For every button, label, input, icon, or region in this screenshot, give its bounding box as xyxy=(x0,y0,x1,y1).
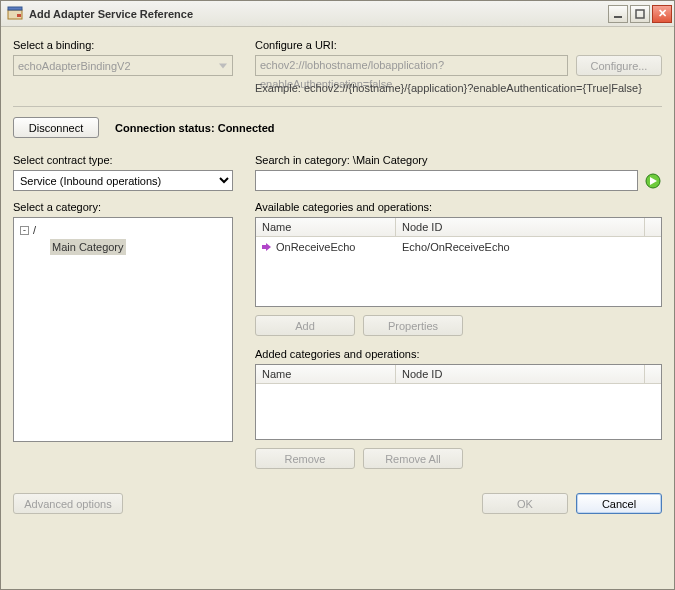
available-header: Name Node ID xyxy=(256,218,661,237)
close-button[interactable]: ✕ xyxy=(652,5,672,23)
disconnect-button[interactable]: Disconnect xyxy=(13,117,99,138)
search-go-icon[interactable] xyxy=(644,172,662,190)
remove-all-button[interactable]: Remove All xyxy=(363,448,463,469)
ok-button[interactable]: OK xyxy=(482,493,568,514)
binding-select: echoAdapterBindingV2 xyxy=(13,55,233,76)
added-list[interactable]: Name Node ID xyxy=(255,364,662,440)
added-header: Name Node ID xyxy=(256,365,661,384)
tree-root[interactable]: - / xyxy=(20,222,226,238)
added-col-name[interactable]: Name xyxy=(256,365,396,383)
binding-label: Select a binding: xyxy=(13,39,233,51)
connection-status: Connection status: Connected xyxy=(115,122,275,134)
category-tree[interactable]: - / Main Category xyxy=(13,217,233,442)
contract-select[interactable]: Service (Inbound operations) xyxy=(13,170,233,191)
uri-example: Example: echov2://{hostname}/{applicatio… xyxy=(255,82,662,94)
available-col-nodeid[interactable]: Node ID xyxy=(396,218,645,236)
search-label: Search in category: \Main Category xyxy=(255,154,662,166)
window-title: Add Adapter Service Reference xyxy=(29,8,606,20)
binding-value: echoAdapterBindingV2 xyxy=(18,60,131,72)
svg-rect-3 xyxy=(614,16,622,18)
tree-item-label: Main Category xyxy=(50,239,126,255)
operation-icon xyxy=(262,242,272,252)
svg-rect-2 xyxy=(17,14,21,17)
chevron-down-icon xyxy=(215,56,230,75)
collapse-icon[interactable]: - xyxy=(20,226,29,235)
available-col-spacer xyxy=(645,218,661,236)
svg-rect-1 xyxy=(8,7,22,10)
add-button[interactable]: Add xyxy=(255,315,355,336)
uri-label: Configure a URI: xyxy=(255,39,662,51)
added-col-nodeid[interactable]: Node ID xyxy=(396,365,645,383)
cancel-button[interactable]: Cancel xyxy=(576,493,662,514)
contract-label: Select contract type: xyxy=(13,154,233,166)
tree-item-main-category[interactable]: Main Category xyxy=(50,239,226,255)
minimize-button[interactable] xyxy=(608,5,628,23)
remove-button[interactable]: Remove xyxy=(255,448,355,469)
svg-rect-4 xyxy=(636,10,644,18)
available-col-name[interactable]: Name xyxy=(256,218,396,236)
tree-root-label: / xyxy=(33,222,36,238)
properties-button[interactable]: Properties xyxy=(363,315,463,336)
category-label: Select a category: xyxy=(13,201,233,213)
added-col-spacer xyxy=(645,365,661,383)
available-row-name: OnReceiveEcho xyxy=(276,241,356,253)
connection-status-label: Connection status: xyxy=(115,122,215,134)
available-row-nodeid: Echo/OnReceiveEcho xyxy=(396,239,661,255)
connection-status-value: Connected xyxy=(218,122,275,134)
titlebar: Add Adapter Service Reference ✕ xyxy=(1,1,674,27)
added-label: Added categories and operations: xyxy=(255,348,662,360)
advanced-options-button[interactable]: Advanced options xyxy=(13,493,123,514)
app-icon xyxy=(7,6,23,22)
maximize-button[interactable] xyxy=(630,5,650,23)
uri-input: echov2://lobhostname/lobapplication?enab… xyxy=(255,55,568,76)
search-input[interactable] xyxy=(255,170,638,191)
available-list[interactable]: Name Node ID OnReceiveEcho Echo/OnReceiv… xyxy=(255,217,662,307)
configure-button[interactable]: Configure... xyxy=(576,55,662,76)
available-label: Available categories and operations: xyxy=(255,201,662,213)
list-item[interactable]: OnReceiveEcho Echo/OnReceiveEcho xyxy=(256,237,661,257)
